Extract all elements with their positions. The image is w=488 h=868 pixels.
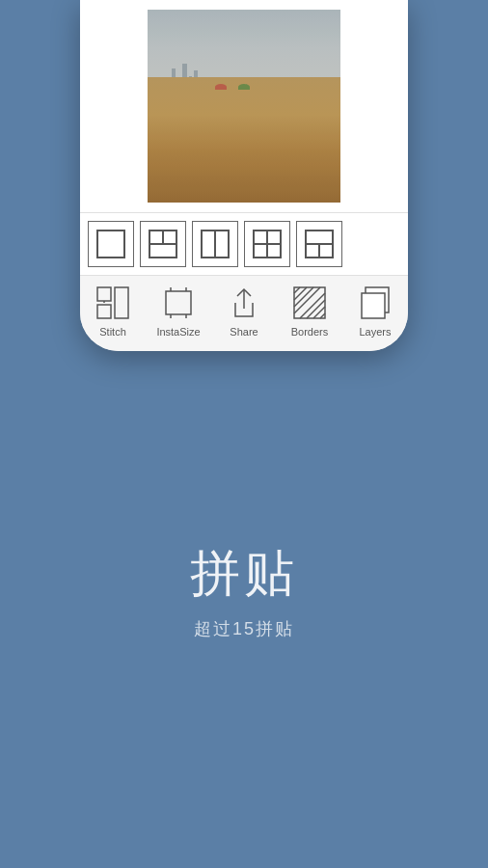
layout-single[interactable]: [88, 221, 134, 267]
stitch-icon: [94, 284, 132, 322]
phone-mockup: Stitch InstaSize: [80, 0, 408, 351]
tool-stitch[interactable]: Stitch: [84, 284, 142, 338]
svg-line-24: [294, 287, 307, 300]
sub-title: 超过15拼贴: [194, 617, 294, 640]
borders-label: Borders: [291, 326, 329, 338]
layout-four-grid[interactable]: [244, 221, 290, 267]
layout-wide-top[interactable]: [296, 221, 342, 267]
svg-rect-0: [97, 231, 124, 258]
tool-borders[interactable]: Borders: [281, 284, 339, 338]
svg-rect-32: [362, 293, 385, 318]
share-icon: [225, 284, 263, 322]
photo-frame: [148, 10, 340, 203]
borders-icon: [290, 284, 329, 322]
main-title: 拼贴: [190, 540, 298, 608]
svg-rect-12: [97, 287, 111, 301]
layout-two-col[interactable]: [192, 221, 238, 267]
share-label: Share: [230, 326, 258, 338]
tool-instasize[interactable]: InstaSize: [149, 284, 207, 338]
toolbar: Stitch InstaSize: [80, 275, 408, 351]
svg-rect-15: [115, 287, 128, 318]
svg-line-23: [294, 287, 300, 293]
bottom-section: 拼贴 超过15拼贴: [190, 351, 298, 868]
svg-rect-16: [166, 291, 191, 314]
svg-line-29: [313, 307, 325, 318]
tool-layers[interactable]: Layers: [346, 284, 404, 338]
tool-share[interactable]: Share: [215, 284, 273, 338]
svg-rect-13: [97, 305, 111, 318]
layout-strip: [80, 212, 408, 275]
stitch-label: Stitch: [99, 326, 126, 338]
photo-area: [80, 0, 408, 212]
layers-label: Layers: [359, 326, 391, 338]
beach-photo: [148, 10, 340, 203]
sepia-overlay: [148, 10, 340, 203]
layers-icon: [356, 284, 394, 322]
instasize-icon: [159, 284, 198, 322]
layout-top-split[interactable]: [140, 221, 186, 267]
instasize-label: InstaSize: [156, 326, 200, 338]
layout-options: [80, 221, 350, 267]
